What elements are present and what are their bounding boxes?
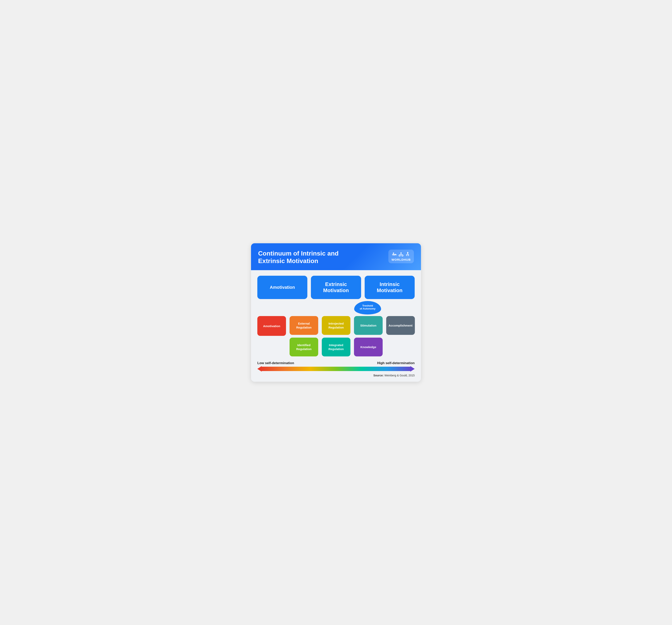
infographic-card: Continuum of Intrinsic and Extrinsic Mot… xyxy=(251,243,421,382)
sub-box-identified: Identified Regulation xyxy=(290,338,318,356)
gradient-bar xyxy=(259,367,413,371)
header: Continuum of Intrinsic and Extrinsic Mot… xyxy=(251,243,421,270)
svg-point-3 xyxy=(401,252,402,253)
logo-icons-icon xyxy=(392,252,410,257)
logo-box: WORLDHUB xyxy=(388,250,414,263)
bar-area: Low self-determination High self-determi… xyxy=(257,361,415,371)
amotivation-col: Amotivation xyxy=(257,316,286,336)
arrow-right-icon xyxy=(410,366,415,372)
intrinsic-left-col: Stimulation Knowledge xyxy=(354,316,383,356)
top-box-amotivation: Amotivation xyxy=(257,276,307,299)
threshold-bubble: Treshold of Autonomy xyxy=(354,301,381,315)
extrinsic-right-col: Introjected Regulation Integrated Regula… xyxy=(322,316,351,356)
swim-icon xyxy=(392,252,398,257)
sub-box-introjected: Introjected Regulation xyxy=(322,316,351,335)
extrinsic-left-col: External Regulation Identified Regulatio… xyxy=(290,316,318,356)
logo-text: WORLDHUB xyxy=(391,258,411,261)
cycle-icon xyxy=(398,252,404,257)
page-title: Continuum of Intrinsic and Extrinsic Mot… xyxy=(258,250,361,265)
high-self-determination-label: High self-determination xyxy=(377,361,415,365)
top-box-extrinsic: Extrinsic Motivation xyxy=(311,276,361,299)
top-boxes-row: Amotivation Extrinsic Motivation Intrins… xyxy=(257,276,415,299)
source-text: Weinberg & Gould, 2015 xyxy=(384,374,415,377)
source-row: Source: Weinberg & Gould, 2015 xyxy=(257,374,415,377)
sub-boxes-area: Amotivation External Regulation Identifi… xyxy=(257,316,415,356)
svg-point-0 xyxy=(393,253,394,254)
top-box-intrinsic: Intrinsic Motivation xyxy=(365,276,415,299)
sub-box-external: External Regulation xyxy=(290,316,318,335)
gradient-bar-container xyxy=(259,367,413,371)
sub-box-knowledge: Knowledge xyxy=(354,338,383,356)
sub-box-amotivation: Amotivation xyxy=(257,316,286,336)
source-prefix: Source: xyxy=(374,374,384,377)
sub-box-accomplishment: Accomplishment xyxy=(386,316,415,335)
content-area: Amotivation Extrinsic Motivation Intrins… xyxy=(251,270,421,382)
sub-box-integrated: Integrated Regulation xyxy=(322,338,351,356)
threshold-row: Treshold of Autonomy xyxy=(257,301,415,315)
intrinsic-right-col: Accomplishment xyxy=(386,316,415,335)
run-icon xyxy=(405,252,410,257)
sub-box-stimulation: Stimulation xyxy=(354,316,383,335)
bar-labels: Low self-determination High self-determi… xyxy=(257,361,415,365)
low-self-determination-label: Low self-determination xyxy=(257,361,294,365)
